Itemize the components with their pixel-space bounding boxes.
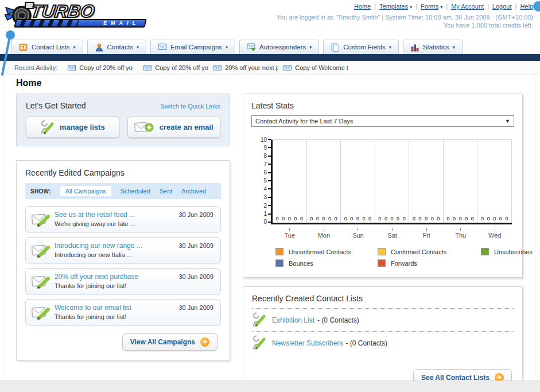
chart-value-label: 0 — [363, 216, 366, 222]
top-link-my-account[interactable]: My Account — [451, 3, 484, 10]
chevron-down-icon: ▾ — [73, 45, 75, 50]
top-nav: Home|Templates▾|Forms▾|My Account|Logout… — [277, 3, 533, 10]
chart-y-tick: 10 — [256, 137, 271, 142]
contact-list-row[interactable]: Newsletter Subscribers - (0 Contacts) — [252, 332, 514, 354]
top-link-help[interactable]: Help — [520, 3, 533, 10]
chevron-down-icon: ▾ — [309, 45, 312, 50]
chart-value-label: 0 — [391, 216, 394, 222]
separator: | — [515, 3, 517, 10]
logo-subtitle: EMAIL — [103, 20, 139, 26]
get-started-panel: Let's Get Started Switch to Quick Links … — [16, 94, 230, 146]
stats-dropdown[interactable]: Contact Activity for the Last 7 Days ▼ — [251, 115, 514, 127]
chart-y-tick: 9 — [256, 145, 271, 150]
contact-list-count: - (0 Contacts) — [317, 316, 359, 324]
chart-value-label: 0 — [505, 216, 508, 222]
chevron-down-icon: ▾ — [226, 45, 228, 50]
envelope-pencil-icon — [32, 305, 50, 323]
footer-strip — [0, 381, 540, 392]
legend-item: Confirmed Contacts — [378, 248, 481, 255]
chevron-down-icon: ▾ — [410, 5, 412, 10]
recent-activity-bar: Recent Activity: Copy of 20% off yo Copy… — [0, 61, 540, 75]
recent-activity-item[interactable]: 20% off your next p — [208, 63, 278, 73]
create-email-button[interactable]: create an email — [127, 117, 221, 138]
campaigns-panel-title: Recently Edited Campaigns — [25, 168, 221, 177]
see-all-contact-lists-button[interactable]: See All Contact Lists ➜ — [413, 369, 512, 381]
chart-value-label: 0 — [418, 216, 421, 222]
campaign-row[interactable]: See us at the retail food ... We're givi… — [25, 206, 221, 232]
chart-value-label: 0 — [310, 216, 313, 222]
tab-contact-lists[interactable]: Contact Lists ▾ — [11, 40, 83, 54]
chart-value-label: 0 — [403, 216, 406, 222]
chart-x-axis: TueMonSunSatFriThuWed — [273, 228, 512, 239]
chevron-down-icon: ▼ — [505, 118, 510, 124]
chart-value-label: 0 — [282, 216, 285, 222]
chart-value-label: 0 — [276, 216, 279, 222]
top-link-templates[interactable]: Templates▾ — [379, 3, 412, 10]
chart-value-label: 0 — [425, 216, 428, 222]
person-pencil-icon — [252, 312, 266, 328]
envelope-pencil-icon — [32, 212, 50, 230]
chart-value-label: 0 — [413, 216, 415, 222]
chart-y-tick: 3 — [256, 195, 271, 200]
chart-value-label: 0 — [471, 216, 474, 222]
top-link-home[interactable]: Home — [354, 3, 371, 10]
campaign-subtitle: Thanks for joining our list! — [55, 282, 215, 289]
filter-sent[interactable]: Sent — [160, 188, 173, 195]
campaign-row[interactable]: Introducing our new range ... Introducin… — [25, 237, 221, 263]
chart-value-label: 0 — [487, 216, 490, 222]
recently-created-contact-lists-panel: Recently Created Contact Lists Exhibitio… — [243, 286, 523, 381]
manage-lists-button[interactable]: manage lists — [26, 117, 119, 138]
contact-list-link[interactable]: Newsletter Subscribers — [272, 339, 343, 347]
tab-label: Autoresponders — [259, 44, 306, 51]
chart-value-label: 0 — [328, 216, 331, 222]
filter-scheduled[interactable]: Scheduled — [121, 188, 150, 195]
latest-stats-title: Latest Stats — [251, 101, 514, 110]
chart-y-tick: 1 — [256, 211, 271, 217]
chart-y-tick: 5 — [256, 178, 271, 184]
campaign-date: 30 Jun 2009 — [178, 273, 213, 280]
login-info: You are logged in as "Timothy Smith" | S… — [277, 13, 533, 29]
tab-email-campaigns[interactable]: Email Campaigns ▾ — [150, 40, 235, 54]
envelope-icon — [68, 65, 76, 71]
top-link-forms[interactable]: Forms▾ — [421, 3, 442, 10]
activity-item-label: Copy of Welcome to — [295, 64, 348, 71]
contact-lists-icon — [19, 43, 28, 52]
tab-custom-fields[interactable]: Custom Fields ▾ — [323, 40, 399, 54]
chart-value-label: 0 — [453, 216, 456, 222]
activity-item-label: Copy of 20% off yo — [79, 64, 133, 71]
recent-activity-item[interactable]: Copy of Welcome to — [278, 63, 348, 73]
recent-activity-item[interactable]: Copy of 20% off yo — [138, 63, 208, 73]
chart-value-label: 0 — [335, 216, 337, 222]
switch-quick-links-link[interactable]: Switch to Quick Links — [160, 103, 220, 110]
tab-label: Email Campaigns — [170, 44, 222, 51]
chart-y-tick: 7 — [256, 161, 271, 167]
top-link-logout[interactable]: Logout — [492, 3, 512, 10]
tab-statistics[interactable]: Statistics ▾ — [403, 40, 463, 54]
view-all-campaigns-button[interactable]: View All Campaigns ➜ — [122, 333, 217, 351]
chart-y-axis: 109876543210 — [256, 137, 271, 225]
contact-list-link[interactable]: Exhibition List — [272, 316, 314, 324]
envelope-icon — [213, 65, 222, 71]
logo-title: TURBO — [30, 2, 96, 21]
manage-lists-label: manage lists — [60, 123, 105, 131]
filter-all-campaigns[interactable]: All Campaigns — [60, 186, 111, 196]
filter-archived[interactable]: Archived — [181, 188, 206, 195]
legend-label: Unconfirmed Contacts — [289, 249, 351, 255]
campaign-row[interactable]: 20% off your next purchase Thanks for jo… — [25, 268, 221, 294]
contact-list-row[interactable]: Exhibition List - (0 Contacts) — [252, 309, 514, 331]
activity-item-label: Copy of 20% off yo — [155, 64, 208, 71]
chart-day-group: 00000 — [307, 140, 341, 223]
logo-bar: EMAIL — [14, 19, 147, 28]
show-label: SHOW: — [30, 188, 51, 195]
envelope-pencil-icon — [32, 243, 50, 261]
campaign-row[interactable]: Welcome to our email list Thanks for joi… — [25, 299, 221, 325]
separator: | — [415, 3, 417, 10]
recent-activity-item[interactable]: Copy of 20% off yo — [68, 63, 138, 73]
tab-autoresponders[interactable]: Autoresponders ▾ — [239, 40, 319, 54]
chart-value-label: 0 — [493, 216, 496, 222]
tab-contacts[interactable]: Contacts ▾ — [87, 40, 146, 54]
chart-x-label: Tue — [273, 228, 307, 239]
envelope-icon — [283, 65, 292, 71]
chart-y-tick: 4 — [256, 186, 271, 192]
view-all-campaigns-label: View All Campaigns — [130, 338, 195, 346]
